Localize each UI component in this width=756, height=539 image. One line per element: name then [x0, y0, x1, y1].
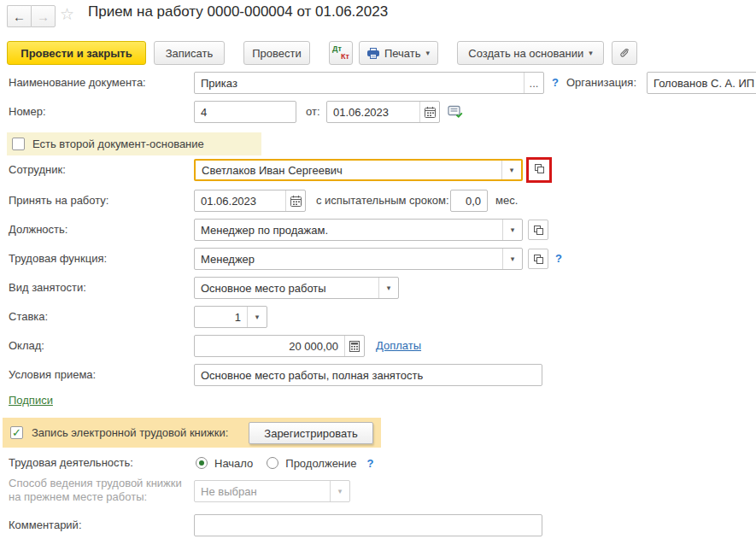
signatures-link[interactable]: Подписи [9, 394, 53, 407]
supplements-link[interactable]: Доплаты [376, 335, 421, 357]
create-based-on-caret-icon: ▾ [589, 50, 593, 57]
second-doc-row: Есть второй документ-основание [7, 132, 261, 155]
comment-field[interactable] [194, 514, 542, 536]
rate-dropdown-icon[interactable]: ▾ [248, 307, 267, 327]
doc-name-label: Наименование документа: [9, 72, 146, 94]
number-value[interactable]: 4 [195, 106, 296, 119]
create-based-on-label: Создать на основании [468, 47, 583, 60]
save-button[interactable]: Записать [154, 41, 225, 65]
employment-type-label: Вид занятости: [9, 277, 86, 299]
employment-type-field[interactable]: Основное место работы ▾ [194, 277, 399, 299]
printer-icon [367, 48, 379, 59]
employment-type-dropdown-icon[interactable]: ▾ [379, 278, 398, 298]
number-field[interactable]: 4 [194, 101, 296, 123]
employment-type-value[interactable]: Основное место работы [195, 282, 378, 295]
labor-function-help-icon[interactable]: ? [555, 248, 562, 270]
labor-function-field[interactable]: Менеджер ▾ [194, 248, 523, 270]
probation-unit-label: мес. [495, 190, 518, 212]
set-date-icon[interactable] [448, 104, 463, 121]
probation-value[interactable]: 0,0 [451, 195, 487, 208]
employee-dropdown-icon[interactable]: ▾ [502, 161, 521, 179]
employee-open-button[interactable] [534, 163, 545, 177]
position-dropdown-icon[interactable]: ▾ [503, 220, 522, 240]
annotation-highlight-box [526, 157, 552, 183]
second-doc-checkbox[interactable] [12, 138, 25, 150]
radio-continue[interactable] [267, 457, 278, 469]
labor-function-open-button[interactable] [528, 249, 548, 269]
rate-field[interactable]: 1 ▾ [194, 306, 267, 328]
page-title: Прием на работу 0000-000004 от 01.06.202… [88, 3, 388, 21]
kt-label: Кт [332, 53, 349, 61]
calendar-icon[interactable] [286, 190, 305, 211]
forward-arrow-icon: → [37, 9, 50, 24]
paperclip-icon [618, 47, 631, 60]
org-field[interactable]: Голованов С. А. ИП [647, 72, 756, 94]
print-button[interactable]: Печать ▾ [359, 41, 438, 65]
probation-field[interactable]: 0,0 [450, 190, 488, 212]
create-based-on-button[interactable]: Создать на основании ▾ [457, 41, 604, 65]
hire-date-label: Принять на работу: [9, 190, 108, 212]
doc-name-field[interactable]: Приказ ... [194, 72, 544, 94]
comment-label: Комментарий: [9, 514, 82, 536]
conditions-value[interactable]: Основное место работы, полная занятость [195, 369, 542, 382]
second-doc-label: Есть второй документ-основание [32, 138, 204, 150]
doc-name-value[interactable]: Приказ [195, 77, 524, 90]
radio-start[interactable] [196, 457, 208, 469]
org-label: Организация: [566, 72, 636, 94]
register-button[interactable]: Зарегистрировать [249, 422, 373, 444]
radio-start-label: Начало [214, 457, 253, 470]
date-label: от: [306, 101, 320, 123]
ledger-method-value: Не выбран [195, 485, 330, 498]
etk-label: Запись электронной трудовой книжки: [32, 426, 228, 439]
ledger-method-dropdown-icon: ▾ [331, 481, 349, 501]
date-value[interactable]: 01.06.2023 [327, 106, 419, 119]
conditions-label: Условия приема: [9, 364, 96, 386]
labor-activity-help-icon[interactable]: ? [367, 457, 374, 470]
etk-checkbox[interactable]: ✓ [10, 426, 23, 439]
position-open-button[interactable] [528, 220, 548, 240]
org-value[interactable]: Голованов С. А. ИП [648, 77, 756, 90]
forward-button[interactable]: → [31, 5, 56, 27]
labor-function-value[interactable]: Менеджер [195, 253, 502, 266]
attachments-button[interactable] [612, 41, 637, 65]
salary-value[interactable]: 20 000,00 [195, 340, 344, 353]
salary-label: Оклад: [9, 335, 44, 357]
post-and-close-button[interactable]: Провести и закрыть [7, 41, 146, 65]
employee-field[interactable]: Светлаков Иван Сергеевич ▾ [194, 159, 523, 181]
labor-function-dropdown-icon[interactable]: ▾ [503, 249, 522, 269]
position-field[interactable]: Менеджер по продажам. ▾ [194, 219, 523, 241]
print-label: Печать [384, 47, 421, 60]
labor-activity-label: Трудовая деятельность: [9, 454, 133, 472]
labor-function-label: Трудовая функция: [9, 248, 107, 270]
employee-value[interactable]: Светлаков Иван Сергеевич [196, 164, 501, 177]
conditions-field[interactable]: Основное место работы, полная занятость [194, 364, 542, 386]
hire-date-field[interactable]: 01.06.2023 [194, 190, 306, 212]
favorite-star-icon[interactable]: ☆ [60, 4, 74, 24]
post-button[interactable]: Провести [243, 41, 310, 65]
dt-kt-postings-button[interactable]: Дт Кт [329, 41, 353, 65]
calculator-icon[interactable] [345, 336, 364, 356]
doc-name-help-icon[interactable]: ? [552, 72, 559, 94]
number-label: Номер: [9, 101, 46, 123]
labor-activity-radiogroup: Начало Продолжение ? [196, 454, 373, 472]
hire-date-value[interactable]: 01.06.2023 [195, 195, 285, 208]
back-arrow-icon: ← [13, 9, 26, 24]
calendar-icon[interactable] [420, 102, 439, 122]
ledger-method-field: Не выбран ▾ [194, 480, 350, 502]
radio-continue-label: Продолжение [285, 457, 356, 470]
employee-label: Сотрудник: [9, 159, 66, 181]
salary-field[interactable]: 20 000,00 [194, 335, 365, 357]
rate-label: Ставка: [9, 306, 48, 328]
probation-label: с испытательным сроком: [316, 190, 449, 212]
position-label: Должность: [9, 219, 67, 241]
doc-name-more-button[interactable]: ... [525, 73, 543, 93]
back-button[interactable]: ← [7, 5, 31, 27]
position-value[interactable]: Менеджер по продажам. [195, 224, 502, 237]
print-caret-icon: ▾ [426, 50, 431, 57]
rate-value[interactable]: 1 [195, 311, 247, 324]
date-field[interactable]: 01.06.2023 [326, 101, 440, 123]
hiring-document-form: ← → ☆ Прием на работу 0000-000004 от 01.… [0, 0, 756, 539]
nav-history-group: ← → [7, 5, 56, 27]
ledger-method-label: Способ ведения трудовой книжки на прежне… [9, 477, 182, 504]
